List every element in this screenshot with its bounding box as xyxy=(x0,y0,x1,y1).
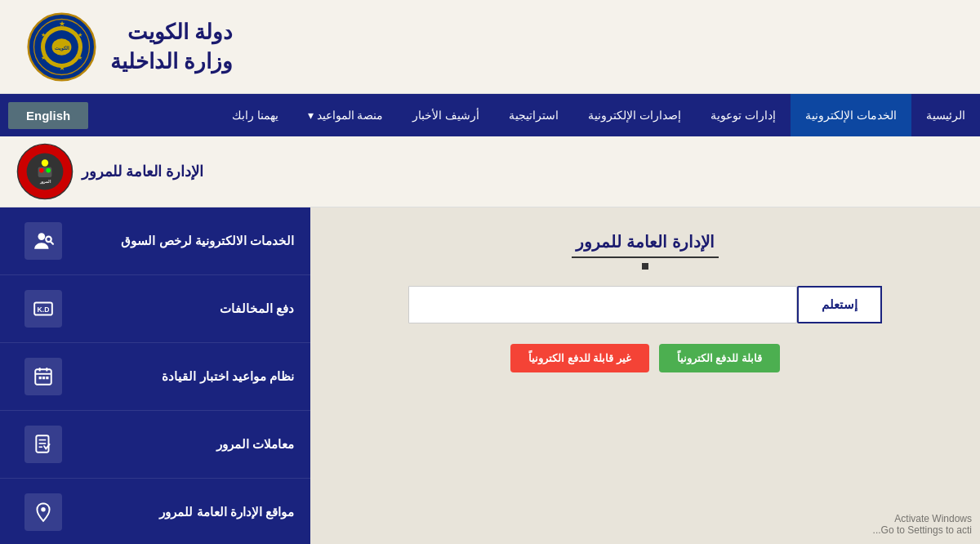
nav-concerns[interactable]: يهمنا رابك xyxy=(217,94,293,136)
title-line1: دولة الكويت xyxy=(110,17,233,47)
svg-rect-31 xyxy=(46,377,48,379)
svg-text:الكويت: الكويت xyxy=(54,45,69,51)
eligible-payment-button[interactable]: قابلة للدفع الكترونياً xyxy=(659,344,780,372)
nav-electronic[interactable]: إصدارات الإلكترونية xyxy=(573,94,696,136)
svg-text:★: ★ xyxy=(41,54,46,60)
payment-buttons: قابلة للدفع الكترونياً غير قابلة للدفع ا… xyxy=(510,344,780,372)
icon-svg xyxy=(33,502,54,523)
logo-svg: الكويت ★ ★ ★ ★ ★ ★ xyxy=(27,12,96,82)
market-license-label: الخدمات الالكترونية لرخص السوق xyxy=(62,234,294,248)
sidebar-item-traffic-transactions[interactable]: معاملات المرور xyxy=(0,411,310,479)
watermark-line2: Go to Settings to acti... xyxy=(873,524,972,536)
svg-rect-30 xyxy=(42,377,45,379)
sidebar-item-pay-violations[interactable]: دفع المخالفات K.D xyxy=(0,275,310,343)
svg-text:★: ★ xyxy=(58,20,65,28)
nav-awareness[interactable]: إدارات توعوية xyxy=(696,94,791,136)
icon-svg xyxy=(33,434,54,455)
right-sidebar: الخدمات الالكترونية لرخص السوق دفع المخا… xyxy=(0,207,310,544)
sub-header: الإدارة العامة للمرور المرور xyxy=(0,136,980,207)
icon-svg xyxy=(33,230,54,252)
svg-text:★: ★ xyxy=(77,54,82,60)
nav-e-services[interactable]: الخدمات الإلكترونية xyxy=(791,94,911,136)
inquire-button[interactable]: إستعلم xyxy=(797,286,882,323)
sub-header-title: الإدارة العامة للمرور xyxy=(82,163,203,181)
svg-point-15 xyxy=(42,159,48,166)
svg-text:K.D: K.D xyxy=(38,305,50,314)
ministry-title: دولة الكويت وزارة الداخلية xyxy=(110,17,233,77)
calendar-icon xyxy=(24,358,62,395)
svg-text:★: ★ xyxy=(58,64,65,72)
title-dot xyxy=(642,263,648,270)
search-person-icon xyxy=(24,222,62,260)
search-input[interactable] xyxy=(408,286,797,323)
title-line2: وزارة الداخلية xyxy=(110,47,233,76)
location-pin-icon xyxy=(24,493,62,531)
sidebar-item-traffic-locations[interactable]: مواقع الإدارة العامة للمرور xyxy=(0,479,310,544)
nav-home[interactable]: الرئيسية xyxy=(911,94,980,136)
brand-section: دولة الكويت وزارة الداخلية الكويت ★ ★ ★ … xyxy=(24,10,233,83)
icon-svg: K.D xyxy=(33,298,54,319)
traffic-logo: المرور xyxy=(16,143,74,200)
document-check-icon xyxy=(24,426,62,463)
ministry-logo: الكويت ★ ★ ★ ★ ★ ★ xyxy=(24,10,98,83)
page-header: دولة الكويت وزارة الداخلية الكويت ★ ★ ★ … xyxy=(0,0,980,94)
center-panel: الإدارة العامة للمرور إستعلم قابلة للدفع… xyxy=(310,207,980,544)
kd-money-icon: K.D xyxy=(24,290,62,328)
nav-strategy[interactable]: استراتيجية xyxy=(494,94,573,136)
title-underline xyxy=(572,256,719,258)
svg-text:★: ★ xyxy=(77,31,82,37)
sidebar-item-driving-test[interactable]: نظام مواعيد اختبار القيادة xyxy=(0,343,310,411)
nav-appointments[interactable]: منصة المواعيد ▾ xyxy=(293,94,399,136)
nav-archive[interactable]: أرشيف الأخبار xyxy=(398,94,494,136)
english-language-button[interactable]: English xyxy=(8,102,88,129)
svg-text:★: ★ xyxy=(41,31,46,37)
main-content: الإدارة العامة للمرور إستعلم قابلة للدفع… xyxy=(0,207,980,544)
pay-violations-label: دفع المخالفات xyxy=(62,301,294,316)
traffic-transactions-label: معاملات المرور xyxy=(62,437,294,452)
main-navbar: الرئيسية الخدمات الإلكترونية إدارات توعو… xyxy=(0,94,980,136)
not-eligible-payment-button[interactable]: غير قابلة للدفع الكترونياً xyxy=(510,344,649,372)
traffic-logo-svg: المرور xyxy=(16,143,74,200)
traffic-locations-label: مواقع الإدارة العامة للمرور xyxy=(62,505,294,519)
icon-svg xyxy=(33,366,54,387)
svg-line-22 xyxy=(51,242,53,244)
svg-rect-29 xyxy=(39,377,42,379)
driving-test-label: نظام مواعيد اختبار القيادة xyxy=(62,369,294,384)
svg-point-36 xyxy=(41,507,45,511)
watermark-line1: Activate Windows xyxy=(873,513,972,524)
svg-point-20 xyxy=(38,233,46,240)
panel-title: الإدارة العامة للمرور xyxy=(576,232,714,252)
svg-point-17 xyxy=(39,168,44,173)
svg-point-18 xyxy=(46,168,51,173)
input-row: إستعلم xyxy=(408,286,882,323)
activate-windows-watermark: Activate Windows Go to Settings to acti.… xyxy=(873,513,972,536)
sidebar-item-market-license[interactable]: الخدمات الالكترونية لرخص السوق xyxy=(0,207,310,275)
